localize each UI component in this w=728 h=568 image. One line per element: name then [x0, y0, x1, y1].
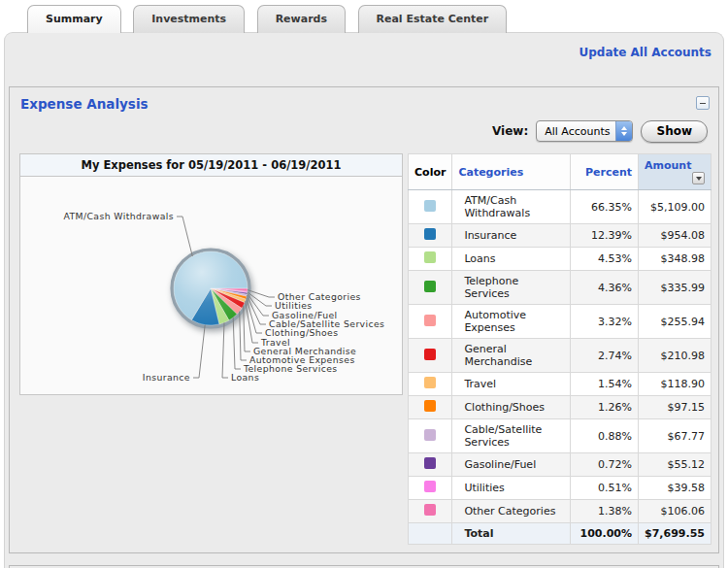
categories-column-header[interactable]: Categories: [452, 154, 571, 190]
category-cell: Gasoline/Fuel: [452, 453, 571, 477]
percent-cell: 2.74%: [571, 339, 639, 373]
percent-cell: 1.38%: [571, 500, 639, 523]
total-row: Total 100.00% $7,699.55: [409, 523, 711, 545]
category-cell: Utilities: [452, 477, 571, 500]
color-cell: [409, 224, 452, 248]
pie-label-line: [222, 322, 228, 378]
select-stepper-icon: [615, 121, 632, 141]
expense-content: My Expenses for 05/19/2011 - 06/19/2011 …: [17, 153, 711, 545]
amount-column-header[interactable]: Amount: [639, 154, 711, 190]
category-cell: Telephone Services: [452, 271, 571, 305]
tab-real-estate-center[interactable]: Real Estate Center: [358, 5, 508, 33]
color-cell: [409, 419, 452, 453]
view-select-value: All Accounts: [545, 125, 615, 138]
update-row: Update All Accounts: [5, 33, 723, 65]
percent-column-header[interactable]: Percent: [571, 154, 639, 190]
pie-label: Travel: [260, 337, 290, 348]
category-cell: Clothing/Shoes: [452, 396, 571, 419]
table-row: Cable/Satellite Services0.88%$67.77: [409, 419, 711, 453]
amount-cell: $55.12: [639, 453, 711, 477]
show-button[interactable]: Show: [641, 120, 708, 143]
percent-cell: 66.35%: [571, 190, 639, 224]
pie-chart: ATM/Cash WithdrawalsInsuranceLoansTeleph…: [20, 177, 402, 394]
color-swatch: [424, 377, 436, 388]
color-swatch: [424, 281, 436, 292]
pie-label: Insurance: [143, 372, 190, 383]
color-swatch: [424, 349, 436, 360]
amount-cell: $210.98: [639, 339, 711, 373]
amount-cell: $255.94: [639, 305, 711, 339]
total-label: Total: [452, 523, 571, 545]
amount-cell: $39.58: [639, 477, 711, 500]
amount-cell: $5,109.00: [639, 190, 711, 224]
percent-cell: 12.39%: [571, 224, 639, 248]
sort-direction-button[interactable]: [692, 172, 705, 184]
color-column-header: Color: [409, 154, 452, 190]
table-row: Travel1.54%$118.90: [409, 373, 711, 396]
color-swatch: [424, 429, 436, 441]
color-cell: [409, 477, 452, 500]
amount-cell: $335.99: [639, 271, 711, 305]
color-swatch: [424, 228, 436, 240]
table-row: Automotive Expenses3.32%$255.94: [409, 305, 711, 339]
color-cell: [409, 305, 452, 339]
pie-chart-panel: My Expenses for 05/19/2011 - 06/19/2011 …: [19, 153, 403, 395]
color-swatch: [424, 200, 436, 212]
color-cell: [409, 190, 452, 224]
tab-investments[interactable]: Investments: [133, 5, 245, 33]
category-cell: Loans: [452, 248, 571, 271]
amount-cell: $348.98: [639, 248, 711, 271]
collapse-expense-button[interactable]: [696, 96, 710, 110]
expense-table: Color Categories Percent Amount ATM/Cash…: [408, 153, 711, 545]
table-row: Clothing/Shoes1.26%$97.15: [409, 396, 711, 419]
pie-label-line: [240, 312, 247, 360]
tab-summary[interactable]: Summary: [27, 5, 121, 33]
sort-down-icon: [696, 177, 702, 181]
category-cell: Insurance: [452, 224, 571, 248]
color-cell: [409, 248, 452, 271]
color-cell: [409, 396, 452, 419]
color-cell: [409, 500, 452, 523]
table-row: Telephone Services4.36%$335.99: [409, 271, 711, 305]
color-swatch: [424, 481, 436, 492]
table-row: Utilities0.51%$39.58: [409, 477, 711, 500]
category-cell: Automotive Expenses: [452, 305, 571, 339]
color-swatch: [424, 504, 436, 516]
amount-cell: $954.08: [639, 224, 711, 248]
pie-label-line: [193, 325, 205, 378]
amount-cell: $67.77: [639, 419, 711, 453]
category-cell: ATM/Cash Withdrawals: [452, 190, 571, 224]
pie-label-line: [177, 217, 192, 256]
category-cell: Travel: [452, 373, 571, 396]
pie-label-line: [246, 301, 258, 343]
table-row: Other Categories1.38%$106.06: [409, 500, 711, 523]
percent-cell: 4.36%: [571, 271, 639, 305]
color-cell: [409, 373, 452, 396]
color-swatch: [424, 315, 436, 326]
expense-section-header: Expense Analysis: [17, 94, 711, 112]
update-all-accounts-link[interactable]: Update All Accounts: [579, 46, 712, 59]
color-cell: [409, 271, 452, 305]
amount-cell: $118.90: [639, 373, 711, 396]
percent-cell: 4.53%: [571, 248, 639, 271]
tab-rewards[interactable]: Rewards: [257, 5, 346, 33]
amount-cell: $106.06: [639, 500, 711, 523]
category-cell: Other Categories: [452, 500, 571, 523]
pie-label-line: [248, 290, 275, 297]
total-percent: 100.00%: [571, 523, 639, 545]
color-cell: [409, 453, 452, 477]
color-swatch: [424, 251, 436, 263]
table-row: Insurance12.39%$954.08: [409, 224, 711, 248]
color-cell: [409, 339, 452, 373]
view-select[interactable]: All Accounts: [536, 120, 633, 142]
percent-cell: 0.72%: [571, 453, 639, 477]
percent-cell: 1.26%: [571, 396, 639, 419]
view-label: View:: [492, 124, 528, 138]
table-header-row: Color Categories Percent Amount: [409, 154, 711, 190]
category-cell: Cable/Satellite Services: [452, 419, 571, 453]
total-amount: $7,699.55: [639, 523, 711, 545]
amount-cell: $97.15: [639, 396, 711, 419]
category-cell: General Merchandise: [452, 339, 571, 373]
view-controls: View: All Accounts Show: [20, 119, 708, 143]
percent-cell: 0.51%: [571, 477, 639, 500]
